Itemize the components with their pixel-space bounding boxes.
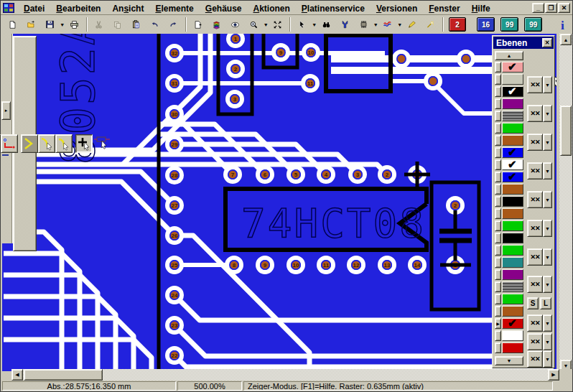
pad-14[interactable]: 14 (410, 258, 424, 272)
pad-10[interactable]: 10 (304, 45, 318, 60)
layer-color-swatch-22[interactable]: ✔ (502, 318, 523, 329)
layer-mode-button[interactable]: ✕✕ (527, 350, 543, 368)
restore-button[interactable]: ❐ (545, 3, 557, 13)
tool-arc-segment[interactable] (21, 134, 38, 153)
layer-mode-dropdown[interactable]: ▼ (543, 333, 552, 350)
pad-24[interactable]: 24 (167, 288, 182, 302)
layer-mode-dropdown[interactable]: ▼ (543, 105, 552, 122)
layer-color-swatch-7[interactable] (502, 135, 523, 146)
layer-color-swatch-20[interactable] (502, 294, 523, 304)
layer-select-button[interactable] (495, 123, 501, 134)
layer-select-button[interactable] (495, 306, 501, 317)
layer-color-swatch-14[interactable] (502, 220, 523, 231)
pad-10[interactable]: 10 (289, 258, 303, 272)
layer-color-swatch-8[interactable]: ✔ (502, 147, 523, 158)
pad-3[interactable]: 3 (350, 167, 365, 182)
layer-select-button[interactable] (495, 233, 501, 243)
pad-12[interactable]: 12 (349, 258, 363, 272)
layer-color-swatch-3[interactable]: ✔ (502, 86, 523, 97)
paste-button[interactable] (127, 16, 145, 33)
layer-color-swatch-10[interactable]: ✔ (502, 172, 523, 182)
redo-button[interactable] (164, 16, 182, 33)
layer-color-swatch-2[interactable] (502, 74, 523, 85)
menu-item-elemente[interactable]: Elemente (149, 3, 199, 14)
layer-mode-button[interactable]: ✕✕ (527, 76, 543, 93)
pad-5[interactable]: 5 (289, 167, 303, 182)
pad-2[interactable]: 2 (380, 167, 394, 182)
pad-22[interactable]: 22 (167, 348, 182, 363)
vertical-scrollbar[interactable]: ▲ ▼ (559, 34, 572, 371)
layer-color-swatch-9[interactable]: ✔ (502, 159, 523, 170)
layer-select-button[interactable] (495, 330, 501, 341)
layer-mode-dropdown[interactable]: ▼ (543, 314, 552, 332)
layer-select-button[interactable] (495, 147, 501, 158)
layer-select-button[interactable] (495, 135, 501, 146)
pad-13[interactable]: 13 (380, 258, 394, 272)
badge-blue[interactable]: 16 (477, 17, 495, 32)
pointer-button[interactable] (293, 16, 311, 33)
menu-item-platinenservice[interactable]: Platinenservice (296, 3, 371, 14)
pad-6[interactable]: 6 (258, 167, 272, 182)
view-eye-button[interactable] (226, 16, 244, 33)
pad-11[interactable]: 11 (303, 76, 317, 90)
layers-panel-titlebar[interactable]: Ebenen ✕ (493, 37, 554, 49)
tool-crosshair-select[interactable] (75, 134, 93, 153)
current-layer-indicator[interactable]: ▶ (495, 318, 501, 329)
layer-select-button[interactable] (495, 342, 501, 353)
layer-mode-button[interactable]: ✕✕ (527, 314, 543, 332)
magic-wand-button[interactable] (421, 16, 439, 33)
tool-arc-pick-1[interactable] (38, 134, 55, 153)
layer-s-button[interactable]: S (527, 297, 539, 309)
pad-8[interactable]: 8 (227, 258, 241, 272)
layer-color-swatch-12[interactable] (502, 196, 523, 207)
pad-1[interactable]: 1 (228, 34, 243, 46)
pad-11[interactable]: 11 (319, 258, 333, 272)
layer-select-button[interactable] (495, 245, 501, 256)
route-traces-button[interactable] (378, 16, 396, 33)
layers-scroll-down-button[interactable]: ▼ (495, 356, 523, 365)
layer-select-button[interactable] (495, 220, 501, 231)
layers-close-button[interactable]: ✕ (542, 38, 552, 47)
pad-23[interactable]: 23 (167, 318, 182, 332)
horizontal-scrollbar-thumb[interactable] (24, 369, 103, 381)
layer-mode-dropdown[interactable]: ▼ (543, 191, 552, 208)
layer-select-button[interactable] (495, 294, 501, 304)
pad-via[interactable] (426, 74, 440, 88)
menu-item-hilfe[interactable]: Hilfe (466, 3, 496, 14)
menu-item-fenster[interactable]: Fenster (423, 3, 465, 14)
pen-button[interactable] (403, 16, 421, 33)
pad-30[interactable]: 30 (167, 107, 182, 121)
layer-mode-button[interactable]: ✕✕ (527, 333, 543, 350)
layer-mode-button[interactable]: ✕✕ (527, 191, 543, 208)
layer-mode-dropdown[interactable]: ▼ (543, 248, 552, 266)
layer-select-button[interactable] (495, 281, 501, 292)
layer-select-button[interactable] (495, 86, 501, 97)
tool-component-pick[interactable] (93, 134, 111, 153)
menu-item-aktionen[interactable]: Aktionen (248, 3, 296, 14)
layer-select-button[interactable] (495, 74, 501, 85)
menu-item-ansicht[interactable]: Ansicht (106, 3, 149, 14)
pad-31[interactable]: 31 (167, 76, 182, 90)
pad-7[interactable]: 7 (225, 167, 240, 182)
layer-color-swatch-16[interactable] (502, 245, 523, 256)
pad-3[interactable]: 3 (228, 92, 242, 106)
layer-color-swatch-15[interactable] (502, 233, 523, 243)
copy-button[interactable] (108, 16, 126, 33)
layer-mode-button[interactable]: ✕✕ (527, 220, 543, 237)
scroll-up-button[interactable]: ▲ (560, 34, 572, 45)
menu-item-datei[interactable]: Datei (18, 3, 50, 14)
layer-color-swatch-1[interactable]: ✔ (502, 62, 523, 73)
layer-l-button[interactable]: L (540, 297, 551, 309)
layer-color-swatch-5[interactable] (502, 111, 523, 121)
layer-mode-button[interactable]: ✕✕ (527, 276, 543, 293)
layers-scroll-up-button[interactable]: ▲ (495, 51, 523, 60)
scroll-left-button[interactable]: ◀ (11, 369, 23, 381)
layer-color-swatch-4[interactable] (502, 98, 523, 109)
pad-28[interactable]: 28 (167, 168, 182, 182)
tool-arc-pick-2[interactable] (55, 134, 73, 153)
pad-via[interactable] (394, 52, 409, 66)
layer-color-swatch-21[interactable] (502, 306, 523, 317)
layer-mode-button[interactable]: ✕✕ (527, 134, 543, 151)
route-dropdown[interactable]: ▼ (397, 16, 403, 33)
horizontal-scrollbar[interactable]: ◀ ▶ (11, 369, 559, 381)
